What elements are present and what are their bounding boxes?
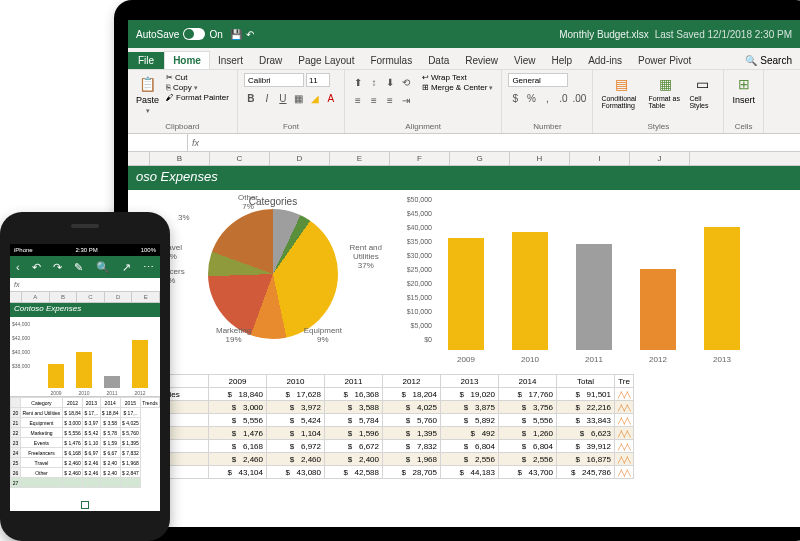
- increase-decimal-icon[interactable]: .0: [556, 91, 570, 105]
- tab-addins[interactable]: Add-ins: [580, 52, 630, 69]
- filename: Monthly Budget.xlsx: [559, 29, 649, 40]
- phone-formula-bar[interactable]: fx: [10, 278, 160, 292]
- bar: [576, 244, 612, 350]
- tab-page-layout[interactable]: Page Layout: [290, 52, 362, 69]
- x-label: 2010: [74, 390, 94, 396]
- undo-icon[interactable]: ↶: [243, 27, 257, 41]
- bold-icon[interactable]: B: [244, 91, 258, 105]
- merge-center-button[interactable]: ⊞Merge & Center▾: [420, 83, 495, 92]
- col-header[interactable]: H: [510, 152, 570, 165]
- col-header[interactable]: I: [570, 152, 630, 165]
- col-header[interactable]: D: [270, 152, 330, 165]
- last-saved: Last Saved 12/1/2018 2:30 PM: [655, 29, 792, 40]
- currency-icon[interactable]: $: [508, 91, 522, 105]
- indent-icon[interactable]: ⇥: [399, 93, 413, 107]
- x-label: 2011: [574, 355, 614, 364]
- align-middle-icon[interactable]: ↕: [367, 75, 381, 89]
- align-bottom-icon[interactable]: ⬇: [383, 75, 397, 89]
- back-icon[interactable]: ‹: [16, 261, 20, 273]
- phone-col[interactable]: E: [132, 292, 160, 302]
- tab-data[interactable]: Data: [420, 52, 457, 69]
- copy-button[interactable]: ⎘Copy▾: [164, 83, 231, 92]
- y-tick: $50,000: [398, 196, 432, 203]
- share-icon[interactable]: ↗: [122, 261, 131, 274]
- cell-styles-button[interactable]: ▭Cell Styles: [687, 73, 717, 121]
- table-icon: ▦: [656, 75, 674, 93]
- selection-handle-icon[interactable]: [81, 501, 89, 509]
- cellstyles-label: Cell Styles: [689, 95, 715, 109]
- align-top-icon[interactable]: ⬆: [351, 75, 365, 89]
- font-size-select[interactable]: 11: [306, 73, 330, 87]
- col-header[interactable]: C: [210, 152, 270, 165]
- phone-bar-chart[interactable]: $44,000$42,000$40,000$38,000200920102011…: [10, 317, 160, 397]
- comma-icon[interactable]: ,: [540, 91, 554, 105]
- fill-color-icon[interactable]: ◢: [308, 91, 322, 105]
- orientation-icon[interactable]: ⟲: [399, 75, 413, 89]
- group-label: Cells: [730, 122, 757, 131]
- percent-icon[interactable]: %: [524, 91, 538, 105]
- phone-col[interactable]: A: [22, 292, 50, 302]
- y-tick: $15,000: [398, 294, 432, 301]
- phone-col[interactable]: D: [105, 292, 133, 302]
- bar: [48, 364, 64, 388]
- col-header[interactable]: B: [150, 152, 210, 165]
- underline-icon[interactable]: U: [276, 91, 290, 105]
- edit-icon[interactable]: ✎: [74, 261, 83, 274]
- font-color-icon[interactable]: A: [324, 91, 338, 105]
- align-right-icon[interactable]: ≡: [383, 93, 397, 107]
- number-format-select[interactable]: General: [508, 73, 568, 87]
- tab-view[interactable]: View: [506, 52, 544, 69]
- autosave-toggle[interactable]: AutoSave On: [136, 28, 223, 40]
- undo-icon[interactable]: ↶: [32, 261, 41, 274]
- decrease-decimal-icon[interactable]: .00: [572, 91, 586, 105]
- redo-icon[interactable]: ↷: [53, 261, 62, 274]
- font-name-select[interactable]: Calibri: [244, 73, 304, 87]
- phone-data-table[interactable]: Category2012201320142015Trends20Rent and…: [10, 397, 160, 488]
- tab-file[interactable]: File: [128, 52, 164, 69]
- col-header[interactable]: F: [390, 152, 450, 165]
- phone-col[interactable]: [10, 292, 22, 302]
- align-center-icon[interactable]: ≡: [367, 93, 381, 107]
- align-left-icon[interactable]: ≡: [351, 93, 365, 107]
- brush-icon: 🖌: [166, 93, 174, 102]
- pie-chart[interactable]: Categories Other7% 3% Rent andUtilities3…: [168, 196, 378, 339]
- col-header[interactable]: E: [330, 152, 390, 165]
- battery: 100%: [141, 247, 156, 253]
- autosave-on: On: [209, 29, 222, 40]
- search-tab[interactable]: 🔍Search: [737, 52, 800, 69]
- toggle-switch-icon[interactable]: [183, 28, 205, 40]
- merge-label: Merge & Center: [431, 83, 487, 92]
- select-all-cell[interactable]: [128, 152, 150, 165]
- search-icon[interactable]: 🔍: [96, 261, 110, 274]
- fx-icon[interactable]: fx: [188, 138, 203, 148]
- border-icon[interactable]: ▦: [292, 91, 306, 105]
- save-icon[interactable]: 💾: [229, 27, 243, 41]
- format-as-table-button[interactable]: ▦Format as Table: [646, 73, 684, 121]
- tab-review[interactable]: Review: [457, 52, 506, 69]
- insert-cells-button[interactable]: ⊞Insert: [730, 73, 757, 121]
- tab-home[interactable]: Home: [164, 51, 210, 69]
- tab-power-pivot[interactable]: Power Pivot: [630, 52, 699, 69]
- name-box[interactable]: [128, 134, 188, 151]
- wrap-text-button[interactable]: ↩Wrap Text: [420, 73, 495, 82]
- worksheet[interactable]: oso Expenses Categories Other7% 3% Rent …: [128, 166, 800, 526]
- tab-draw[interactable]: Draw: [251, 52, 290, 69]
- tab-help[interactable]: Help: [544, 52, 581, 69]
- cut-button[interactable]: ✂Cut: [164, 73, 231, 82]
- italic-icon[interactable]: I: [260, 91, 274, 105]
- conditional-formatting-button[interactable]: ▤Conditional Formatting: [599, 73, 643, 121]
- paste-button[interactable]: 📋Paste▾: [134, 73, 161, 121]
- group-alignment: ⬆ ↕ ⬇ ⟲ ≡ ≡ ≡ ⇥ ↩Wrap Text ⊞Merge & Cent…: [345, 70, 502, 133]
- tab-insert[interactable]: Insert: [210, 52, 251, 69]
- phone-col[interactable]: B: [50, 292, 78, 302]
- col-header[interactable]: G: [450, 152, 510, 165]
- data-table[interactable]: 200920102011201220132014TotalTreUtilitie…: [128, 374, 634, 479]
- chevron-down-icon: ▾: [489, 84, 493, 92]
- bar-chart[interactable]: $50,000$45,000$40,000$35,000$30,000$25,0…: [398, 196, 758, 366]
- tab-formulas[interactable]: Formulas: [362, 52, 420, 69]
- col-header[interactable]: J: [630, 152, 690, 165]
- phone-col[interactable]: C: [77, 292, 105, 302]
- format-painter-button[interactable]: 🖌Format Painter: [164, 93, 231, 102]
- x-label: 2011: [102, 390, 122, 396]
- more-icon[interactable]: ⋯: [143, 261, 154, 274]
